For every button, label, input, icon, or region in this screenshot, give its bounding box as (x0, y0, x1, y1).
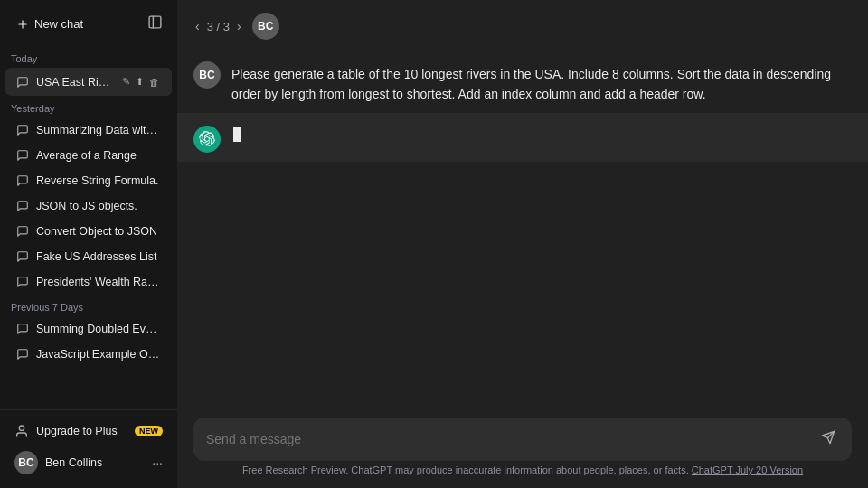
svg-point-4 (19, 426, 24, 430)
chat-item-label: JavaScript Example Object. (36, 348, 161, 361)
plus-icon (16, 18, 29, 31)
chat-icon (16, 174, 29, 187)
user-account-button[interactable]: BC Ben Collins ··· (7, 445, 170, 481)
sidebar-item-average-range[interactable]: Average of a Range (5, 143, 172, 168)
typing-cursor (233, 127, 241, 142)
chat-icon (16, 348, 29, 361)
sidebar-item-summarizing-data[interactable]: Summarizing Data with Formu... (5, 117, 172, 143)
chat-item-label: Fake US Addresses List (36, 250, 161, 263)
yesterday-section-label: Yesterday (0, 96, 177, 117)
chat-item-label: Convert Object to JSON (36, 225, 161, 238)
input-area: Free Research Preview. ChatGPT may produ… (177, 407, 868, 488)
chat-icon (16, 149, 29, 162)
chat-icon (16, 76, 29, 89)
chat-item-label: Presidents' Wealth Ranking (36, 276, 161, 288)
ai-avatar (193, 126, 221, 153)
sidebar-footer: Upgrade to Plus NEW BC Ben Collins ··· (0, 409, 177, 488)
message-counter: 3 / 3 (207, 20, 230, 33)
user-message-text: Please generate a table of the 10 longes… (231, 61, 852, 104)
chat-icon (16, 250, 29, 263)
upgrade-label: Upgrade to Plus (36, 425, 118, 437)
message-navigation: ‹ 3 / 3 › BC (177, 0, 868, 49)
sidebar-nav: Today USA East Rivers Tab ✎ ⬆ 🗑 Yesterda… (0, 46, 177, 409)
chat-area: ‹ 3 / 3 › BC BC Please generate a table … (177, 0, 868, 407)
user-message-block: BC Please generate a table of the 10 lon… (177, 49, 868, 113)
send-icon (821, 430, 835, 445)
sidebar-item-fake-addresses[interactable]: Fake US Addresses List (5, 244, 172, 269)
nav-user-initials: BC (258, 20, 273, 33)
new-badge: NEW (135, 426, 163, 436)
sidebar-item-convert-object[interactable]: Convert Object to JSON (5, 219, 172, 244)
message-input[interactable] (206, 432, 808, 446)
chat-icon (16, 276, 29, 288)
sidebar-item-usa-east-rivers[interactable]: USA East Rivers Tab ✎ ⬆ 🗑 (5, 68, 172, 96)
chat-icon (16, 225, 29, 238)
avatar: BC (14, 451, 38, 474)
send-button[interactable] (817, 428, 839, 450)
sidebar-item-presidents-wealth[interactable]: Presidents' Wealth Ranking (5, 269, 172, 295)
edit-icon-button[interactable]: ✎ (120, 74, 132, 89)
message-input-container (193, 418, 852, 461)
sidebar-item-js-example[interactable]: JavaScript Example Object. (5, 342, 172, 367)
sidebar: New chat Today USA East Rivers Tab ✎ ⬆ 🗑… (0, 0, 177, 488)
version-link[interactable]: ChatGPT July 20 Version (692, 465, 803, 475)
ai-response-block (177, 113, 868, 162)
upgrade-button[interactable]: Upgrade to Plus NEW (7, 418, 170, 445)
ai-response-text (231, 126, 241, 142)
openai-logo (199, 131, 215, 147)
chat-item-label: JSON to JS objects. (36, 200, 161, 212)
chat-icon (16, 200, 29, 212)
prev-message-button[interactable]: ‹ (193, 19, 202, 33)
chat-icon (16, 323, 29, 335)
user-avatar-message: BC (193, 61, 221, 89)
disclaimer-text: Free Research Preview. ChatGPT may produ… (242, 465, 689, 475)
chat-item-label: Average of a Range (36, 149, 161, 162)
chat-item-label: Summing Doubled Even Num... (36, 323, 161, 335)
more-options-icon: ··· (152, 455, 163, 470)
today-section-label: Today (0, 46, 177, 68)
next-message-button[interactable]: › (235, 19, 243, 33)
chat-item-label: Summarizing Data with Formu... (36, 124, 161, 136)
svg-rect-2 (149, 16, 161, 28)
sidebar-header: New chat (0, 0, 177, 46)
user-name: Ben Collins (45, 456, 102, 469)
previous7-section-label: Previous 7 Days (0, 295, 177, 316)
chat-item-actions: ✎ ⬆ 🗑 (120, 74, 161, 89)
sidebar-icon (147, 14, 163, 30)
sidebar-item-summing-doubled[interactable]: Summing Doubled Even Num... (5, 316, 172, 342)
delete-icon-button[interactable]: 🗑 (147, 75, 161, 89)
sidebar-toggle-button[interactable] (142, 9, 168, 39)
sidebar-item-json-js[interactable]: JSON to JS objects. (5, 193, 172, 219)
user-icon (14, 424, 29, 438)
chat-item-label: Reverse String Formula. (36, 174, 161, 187)
user-initials: BC (18, 456, 33, 469)
main-content: ‹ 3 / 3 › BC BC Please generate a table … (177, 0, 868, 488)
disclaimer: Free Research Preview. ChatGPT may produ… (193, 461, 852, 483)
chat-item-label: USA East Rivers Tab (36, 76, 113, 89)
chat-icon (16, 124, 29, 136)
new-chat-button[interactable]: New chat (9, 12, 142, 36)
new-chat-label: New chat (34, 17, 83, 31)
user-avatar-nav: BC (252, 13, 279, 40)
sidebar-item-reverse-string[interactable]: Reverse String Formula. (5, 168, 172, 193)
share-icon-button[interactable]: ⬆ (134, 74, 146, 89)
